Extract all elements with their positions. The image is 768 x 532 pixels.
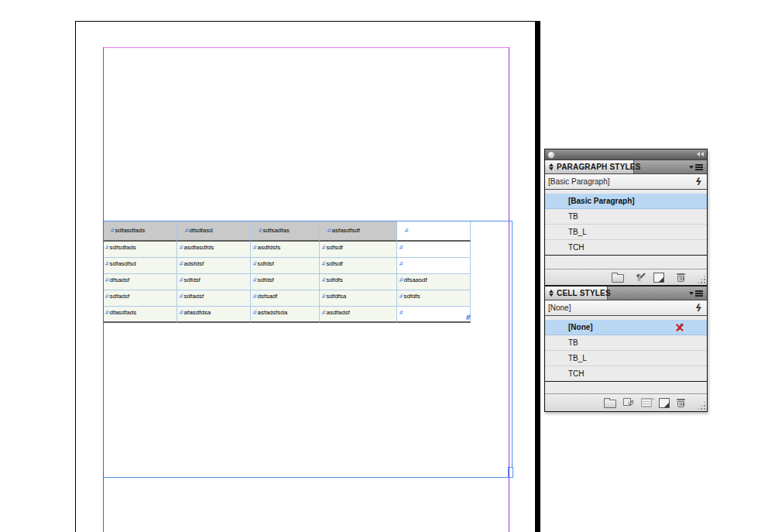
style-name: TCH (568, 243, 585, 252)
left-column-guide[interactable] (103, 47, 104, 532)
break-link-crossed-pen-icon (674, 322, 685, 333)
cell-text: sdfasdfsd (109, 260, 135, 267)
table-cell[interactable]: # (397, 221, 471, 242)
table-cell[interactable]: #adsfdsf (177, 258, 251, 274)
tab-cell-styles[interactable]: CELL STYLES (545, 287, 608, 300)
table-cell[interactable]: #sdfdfsa (320, 290, 397, 307)
table-cell[interactable]: #dfasdfads (103, 307, 177, 323)
cell-text: sdfsdf (326, 244, 342, 251)
cell-text: dfsaasdf (403, 276, 427, 283)
cell-text: sdfdfsa (326, 293, 346, 300)
paragraph-styles-tab-row: PARAGRAPH STYLES (545, 160, 707, 174)
table-cell[interactable]: #dsfsadf (251, 290, 320, 307)
table-cell[interactable]: #sdfdsf (251, 258, 320, 274)
table-cell[interactable]: #dfsadsf (103, 274, 177, 290)
cell-styles-toolbar: ↺ (545, 393, 707, 411)
cell-styles-panel: CELL STYLES [None] ϟ [None]TBTB_LTCH ↺ (545, 285, 707, 411)
create-style-group-folder-icon[interactable] (612, 274, 624, 283)
style-name: TB (568, 338, 578, 347)
style-list-item[interactable]: TCH (545, 240, 707, 256)
style-name: TB_L (568, 354, 587, 362)
paragraph-styles-list: [Basic Paragraph]TBTB_LTCH (545, 190, 707, 256)
cell-text: sdfsdfads (109, 244, 135, 251)
table-cell[interactable]: #sdfasdfads (103, 221, 177, 242)
cell-list-filler (545, 382, 707, 393)
cell-text: sdfsadfas (262, 227, 289, 234)
table-cell[interactable]: #asdfdsfs (251, 242, 320, 258)
panel-resize-grip[interactable] (698, 276, 705, 283)
table-cell[interactable]: # (397, 307, 471, 323)
style-list-item[interactable]: [Basic Paragraph] (545, 194, 707, 209)
table-cell[interactable]: #sdfdsf (251, 274, 320, 290)
table-cell[interactable]: #sdfasdfsd (103, 258, 177, 274)
cell-styles-title: CELL STYLES (557, 289, 611, 297)
clear-cell-attributes-icon[interactable]: ↺ (623, 398, 634, 407)
table-cell[interactable]: #sdfdfs (397, 290, 471, 307)
cell-applied-style: [None] (548, 304, 571, 312)
style-list-item[interactable]: [None] (545, 320, 707, 335)
paragraph-applied-style-row: [Basic Paragraph] ϟ (545, 174, 707, 190)
cell-text: asdfdsfs (257, 244, 280, 251)
panel-group-titlebar[interactable] (545, 149, 707, 160)
text-anchor-marker: # (327, 227, 331, 234)
panel-expand-toggle-icon[interactable] (549, 163, 554, 170)
document-table[interactable]: #sdfasdfads#dfsdfasd#sdfsadfas#asfasdfsd… (103, 221, 471, 323)
cell-styles-list: [None]TBTB_LTCH (545, 316, 707, 382)
clear-overrides-paragraph-icon[interactable]: ¶ (636, 273, 641, 282)
table-cell[interactable]: #sdfadsf (177, 290, 251, 307)
style-list-item[interactable]: TB_L (545, 351, 707, 366)
table-cell[interactable]: #afasdfdsa (177, 307, 251, 323)
table-cell[interactable]: #asfasdfsdf (320, 221, 397, 242)
panel-expand-toggle-icon[interactable] (549, 290, 554, 297)
table-cell[interactable]: #asdfasdfds (177, 242, 251, 258)
table-cell[interactable]: #sdfdsf (177, 274, 251, 290)
paragraph-styles-panel: PARAGRAPH STYLES [Basic Paragraph] ϟ [Ba… (545, 160, 707, 285)
cell-styles-tab-row: CELL STYLES (545, 287, 707, 300)
tab-paragraph-styles[interactable]: PARAGRAPH STYLES (545, 160, 634, 173)
delete-style-trash-icon[interactable] (677, 273, 685, 282)
style-list-item[interactable]: TB (545, 209, 707, 225)
cell-text: sdfasdfads (115, 227, 145, 234)
style-name: TB (568, 212, 578, 221)
create-style-group-folder-icon[interactable] (604, 400, 616, 408)
quick-apply-icon[interactable]: ϟ (694, 177, 703, 187)
cell-text: sdfdfs (403, 293, 420, 300)
paragraph-panel-menu-icon[interactable] (689, 164, 703, 170)
text-anchor-marker: # (258, 227, 262, 234)
table-cell[interactable]: # (397, 258, 471, 274)
table-cell[interactable]: #asfadsfsda (251, 307, 320, 323)
delete-style-trash-icon[interactable] (677, 398, 685, 407)
table-cell[interactable]: #sdfsdf (320, 258, 397, 274)
style-list-item[interactable]: TCH (545, 366, 707, 382)
panel-close-button[interactable] (547, 151, 555, 159)
cell-text: sdfadsf (183, 293, 204, 300)
style-list-item[interactable]: TB_L (545, 225, 707, 240)
create-new-style-icon[interactable] (653, 273, 664, 283)
overset-text-marker: # (465, 313, 471, 321)
top-margin-guide[interactable] (103, 47, 509, 48)
table-cell[interactable]: #sdfsdf (320, 242, 397, 258)
table-cell[interactable]: #dfsaasdf (397, 274, 471, 290)
table-cell[interactable]: # (397, 242, 471, 258)
collapse-to-icons-icon[interactable] (697, 152, 704, 156)
cell-text: dsfsadf (257, 293, 277, 300)
right-column-guide[interactable] (509, 47, 509, 532)
table-cell[interactable]: #dfsdfasd (177, 221, 251, 242)
panel-resize-grip[interactable] (698, 402, 705, 410)
create-table-style-icon (641, 398, 652, 407)
quick-apply-icon[interactable]: ϟ (694, 303, 703, 313)
cell-text: adsfdsf (183, 260, 204, 267)
cell-text: asfadsfsda (257, 309, 287, 316)
table-cell[interactable]: #asdfadsf (320, 307, 397, 323)
table-cell[interactable]: #sdfadsf (103, 290, 177, 307)
cell-text: asdfasdfds (183, 244, 214, 251)
create-new-style-icon[interactable] (659, 398, 670, 408)
cell-text: sdfdsf (257, 276, 273, 283)
table-cell[interactable]: #sdfsdfads (103, 242, 177, 258)
style-list-item[interactable]: TB (545, 335, 707, 351)
text-anchor-marker: # (110, 227, 115, 234)
table-cell[interactable]: #sdfsadfas (251, 221, 320, 242)
cell-panel-menu-icon[interactable] (689, 290, 703, 297)
table-cell[interactable]: #sdfdfs (320, 274, 397, 290)
cell-applied-style-row: [None] ϟ (545, 300, 707, 316)
